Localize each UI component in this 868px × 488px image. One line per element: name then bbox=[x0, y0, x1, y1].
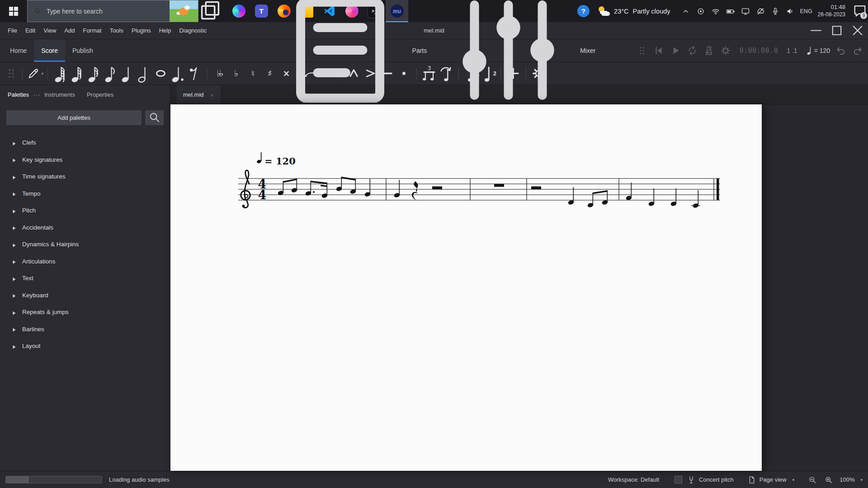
toolbar-drag-handle[interactable] bbox=[5, 64, 18, 83]
palette-item-articulations[interactable]: Articulations bbox=[0, 253, 170, 270]
score-page[interactable]: 44= 120 bbox=[170, 104, 762, 471]
palette-item-accidentals[interactable]: Accidentals bbox=[0, 219, 170, 236]
search-highlight-image[interactable] bbox=[170, 0, 198, 22]
parts-button[interactable]: Parts bbox=[273, 0, 427, 119]
monitor-icon[interactable] bbox=[741, 7, 750, 16]
taskbar-app-color-wheel-app[interactable] bbox=[227, 0, 250, 22]
tab-home[interactable]: Home bbox=[3, 39, 34, 62]
task-view-button[interactable] bbox=[198, 0, 222, 22]
score-canvas[interactable]: 44= 120 bbox=[170, 104, 868, 471]
system-tray bbox=[681, 7, 795, 16]
note-input-button[interactable]: ▾ bbox=[27, 64, 43, 83]
close-tab-icon[interactable] bbox=[209, 92, 214, 97]
note-whole-button[interactable] bbox=[152, 64, 169, 83]
playback-drag-handle[interactable] bbox=[636, 45, 648, 56]
menu-file[interactable]: File bbox=[4, 22, 21, 39]
action-center-button[interactable]: 9 bbox=[852, 0, 868, 22]
palette-item-label: Repeats & jumps bbox=[22, 309, 69, 315]
add-palettes-button[interactable]: Add palettes bbox=[6, 110, 142, 125]
palette-item-layout[interactable]: Layout bbox=[0, 338, 170, 355]
taskbar-search-input[interactable]: Type here to search bbox=[27, 0, 198, 22]
undo-button[interactable] bbox=[835, 45, 847, 56]
menu-diagnostic[interactable]: Diagnostic bbox=[175, 22, 211, 39]
palette-item-clefs[interactable]: Clefs bbox=[0, 134, 170, 151]
speaker-icon[interactable] bbox=[786, 7, 795, 16]
menu-edit[interactable]: Edit bbox=[21, 22, 39, 39]
menu-tools[interactable]: Tools bbox=[106, 22, 127, 39]
note-8-button[interactable] bbox=[102, 64, 119, 83]
parts-label: Parts bbox=[412, 47, 427, 54]
battery-icon[interactable] bbox=[726, 7, 735, 16]
rewind-button[interactable] bbox=[653, 45, 665, 56]
taskbar-app-teams[interactable]: T bbox=[250, 0, 273, 22]
zoom-in-button[interactable] bbox=[824, 475, 833, 484]
rest-button[interactable] bbox=[186, 64, 203, 83]
mixer-button[interactable]: Mixer bbox=[440, 0, 595, 119]
workspace-label[interactable]: Workspace: Default bbox=[608, 476, 659, 483]
palette-item-dynamics-hairpins[interactable]: Dynamics & Hairpins bbox=[0, 236, 170, 253]
menu-view[interactable]: View bbox=[39, 22, 60, 39]
document-tab[interactable]: mel.mid bbox=[177, 85, 221, 104]
redo-button[interactable] bbox=[852, 45, 863, 56]
record-dot-icon[interactable] bbox=[696, 7, 705, 16]
palette-item-label: Keyboard bbox=[22, 292, 48, 299]
menu-plugins[interactable]: Plugins bbox=[127, 22, 155, 39]
menu-format[interactable]: Format bbox=[79, 22, 105, 39]
note-32-button[interactable] bbox=[69, 64, 85, 83]
palette-item-key-signatures[interactable]: Key signatures bbox=[0, 151, 170, 169]
zoom-out-button[interactable] bbox=[808, 475, 817, 484]
concert-pitch-button[interactable]: Concert pitch bbox=[687, 475, 734, 484]
mic-icon[interactable] bbox=[771, 7, 780, 16]
playback-settings-button[interactable] bbox=[720, 45, 731, 56]
chevron-right-icon bbox=[12, 310, 16, 314]
menu-help[interactable]: Help bbox=[155, 22, 175, 39]
note-half-button[interactable] bbox=[136, 64, 152, 83]
loop-playback-button[interactable] bbox=[686, 45, 698, 56]
augmentation-dot-button[interactable] bbox=[169, 64, 186, 83]
start-button[interactable] bbox=[0, 0, 27, 22]
clock[interactable]: 01:48 26-08-2023 bbox=[818, 4, 845, 18]
cloud-off-icon[interactable] bbox=[756, 7, 765, 16]
palette-item-barlines[interactable]: Barlines bbox=[0, 321, 170, 338]
note-16-button[interactable] bbox=[85, 64, 102, 83]
palette-item-text[interactable]: Text bbox=[0, 270, 170, 287]
concert-pitch-toggle[interactable] bbox=[675, 476, 682, 483]
palette-item-keyboard[interactable]: Keyboard bbox=[0, 287, 170, 304]
palettes-more-button[interactable]: ··· bbox=[30, 91, 43, 98]
color-wheel-app-icon bbox=[232, 5, 245, 18]
menu-add[interactable]: Add bbox=[60, 22, 79, 39]
maximize-button[interactable] bbox=[826, 22, 847, 39]
palette-actions: Add palettes bbox=[6, 110, 164, 125]
panel-tab-palettes[interactable]: Palettes bbox=[7, 91, 30, 98]
language-indicator[interactable]: ENG bbox=[800, 8, 812, 14]
play-button[interactable] bbox=[670, 45, 681, 56]
flat-button[interactable]: ♭ bbox=[228, 64, 245, 83]
weather-widget[interactable]: 23°C Partly cloudy bbox=[598, 6, 670, 17]
page-icon bbox=[747, 475, 756, 484]
palette-search-button[interactable] bbox=[145, 110, 164, 125]
search-placeholder: Type here to search bbox=[47, 8, 103, 15]
tab-publish[interactable]: Publish bbox=[65, 39, 100, 62]
view-mode-select[interactable]: Page view ▾ bbox=[747, 475, 795, 484]
minimize-button[interactable] bbox=[806, 22, 826, 39]
panel-tab-instruments[interactable]: Instruments bbox=[43, 91, 76, 98]
palette-item-repeats-jumps[interactable]: Repeats & jumps bbox=[0, 304, 170, 321]
note-64-button[interactable] bbox=[52, 64, 69, 83]
tab-score[interactable]: Score bbox=[34, 39, 65, 62]
tuning-fork-icon bbox=[687, 475, 696, 484]
menu-items: FileEditViewAddFormatToolsPluginsHelpDia… bbox=[4, 22, 211, 39]
palette-item-tempo[interactable]: Tempo bbox=[0, 185, 170, 202]
chevron-up-icon[interactable] bbox=[681, 7, 690, 16]
palette-item-time-signatures[interactable]: Time signatures bbox=[0, 168, 170, 185]
note-quarter-button[interactable] bbox=[119, 64, 136, 83]
tempo-button[interactable]: = 120 bbox=[807, 46, 830, 55]
metronome-button[interactable] bbox=[703, 45, 715, 56]
wifi-icon[interactable] bbox=[711, 7, 720, 16]
zoom-level-select[interactable]: 100% ▾ bbox=[840, 476, 863, 483]
natural-button[interactable]: ♮ bbox=[245, 64, 261, 83]
left-panel: Palettes···InstrumentsProperties Add pal… bbox=[0, 85, 170, 471]
palette-item-pitch[interactable]: Pitch bbox=[0, 202, 170, 219]
panel-tab-properties[interactable]: Properties bbox=[86, 91, 114, 98]
double-flat-button[interactable]: ♭♭ bbox=[211, 64, 228, 83]
close-button[interactable] bbox=[847, 22, 868, 39]
